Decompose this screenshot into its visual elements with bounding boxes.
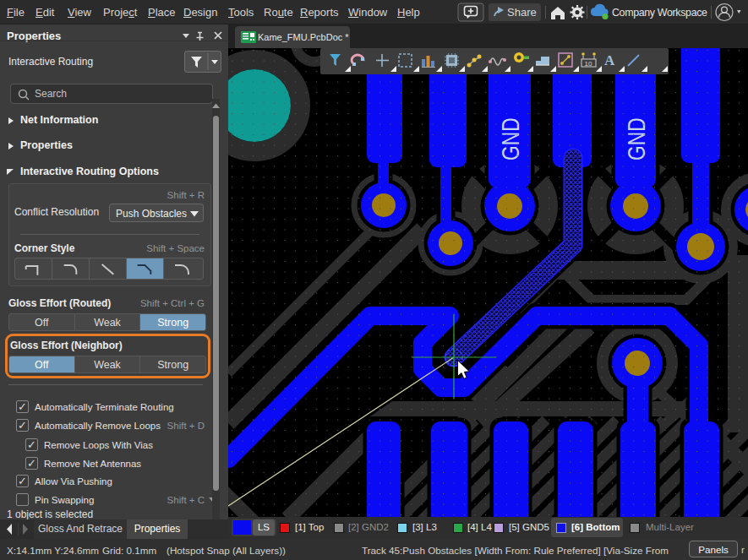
svg-text:Company Workspace: Company Workspace — [612, 7, 707, 19]
svg-text:A: A — [604, 52, 615, 68]
svg-text:Share: Share — [507, 6, 537, 19]
svg-text:10: 10 — [585, 60, 592, 68]
